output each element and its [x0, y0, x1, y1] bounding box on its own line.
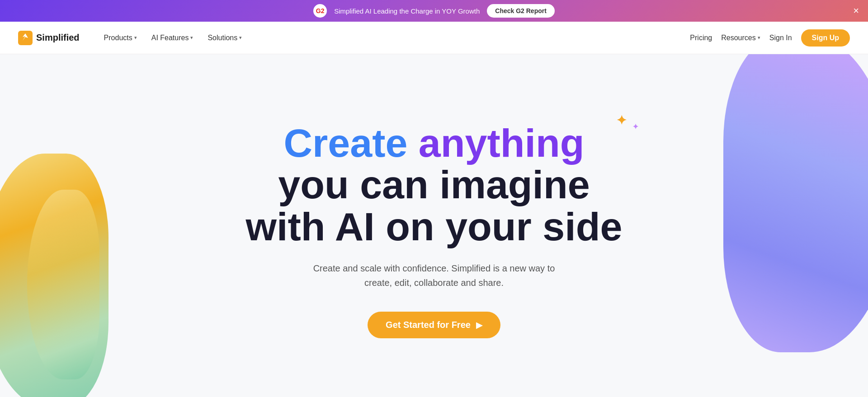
hero-content: Create anything ✦ ✦ you can imagine with… — [246, 122, 623, 338]
sign-up-button[interactable]: Sign Up — [801, 29, 850, 47]
products-chevron-icon: ▾ — [134, 35, 137, 41]
logo-text: Simplified — [36, 33, 80, 43]
banner-close-button[interactable]: × — [853, 6, 859, 16]
cta-arrow-icon: ▶ — [476, 320, 482, 330]
ai-features-chevron-icon: ▾ — [190, 35, 193, 41]
left-blob-inner — [27, 190, 99, 379]
nav-pricing[interactable]: Pricing — [690, 34, 712, 42]
hero-title-line2: you can imagine — [246, 164, 623, 206]
hero-section: Create anything ✦ ✦ you can imagine with… — [0, 54, 868, 397]
banner-text: Simplified AI Leading the Charge in YOY … — [334, 7, 480, 15]
nav-ai-features[interactable]: AI Features ▾ — [145, 30, 200, 46]
sparkle-large-icon: ✦ — [616, 114, 627, 127]
hero-title-line3: with AI on your side — [246, 206, 623, 248]
nav-products[interactable]: Products ▾ — [98, 30, 143, 46]
hero-subtitle: Create and scale with confidence. Simpli… — [307, 261, 561, 290]
nav-resources[interactable]: Resources ▾ — [721, 34, 760, 42]
hero-title: Create anything ✦ ✦ you can imagine with… — [246, 122, 623, 248]
logo-link[interactable]: Simplified — [18, 31, 80, 45]
svg-rect-0 — [18, 31, 33, 45]
hero-title-create: Create — [283, 121, 407, 165]
sparkle-small-icon: ✦ — [632, 123, 638, 131]
nav-solutions[interactable]: Solutions ▾ — [201, 30, 248, 46]
navbar: Simplified Products ▾ AI Features ▾ Solu… — [0, 22, 868, 54]
g2-icon: G2 — [313, 4, 327, 18]
nav-right: Pricing Resources ▾ Sign In Sign Up — [690, 29, 850, 47]
sign-in-button[interactable]: Sign In — [769, 34, 792, 42]
hero-title-anything: anything — [419, 121, 585, 165]
nav-left: Products ▾ AI Features ▾ Solutions ▾ — [98, 30, 249, 46]
get-started-button[interactable]: Get Started for Free ▶ — [368, 312, 500, 338]
solutions-chevron-icon: ▾ — [239, 35, 242, 41]
resources-chevron-icon: ▾ — [758, 35, 760, 41]
announcement-banner: G2 Simplified AI Leading the Charge in Y… — [0, 0, 868, 22]
right-blob — [723, 54, 868, 352]
logo-icon — [18, 31, 33, 45]
check-g2-report-button[interactable]: Check G2 Report — [487, 4, 555, 18]
